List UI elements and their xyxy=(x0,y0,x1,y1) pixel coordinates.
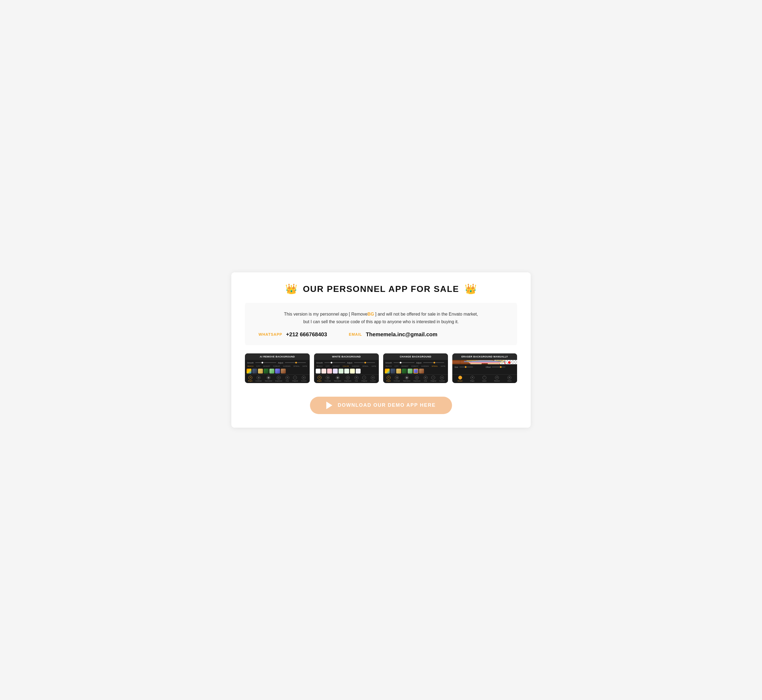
filter-desert-2[interactable]: DESERT xyxy=(333,366,340,367)
ss3-bottom: Smooth Adjust BEACH CITY DESERT FOREST G… xyxy=(383,360,448,383)
tool-hue-1[interactable]: ⊕ Hue xyxy=(285,376,289,382)
swatch-1-5[interactable] xyxy=(269,369,274,373)
filter-color-2[interactable]: COLOR xyxy=(343,366,349,367)
saturation-icon-3: ⬤ xyxy=(405,376,409,380)
swatch-3-3[interactable] xyxy=(396,369,401,373)
tool-original-1[interactable]: ○ Original xyxy=(292,376,298,382)
restore-label-4: Restore xyxy=(494,380,500,382)
tool-contrast-3[interactable]: ◑ Contrast xyxy=(394,376,400,382)
email-contact: EMAIL Thememela.inc@gmail.com xyxy=(349,331,437,338)
filter-beach-2[interactable]: BEACH xyxy=(316,366,322,367)
filter-desert-1[interactable]: DESERT xyxy=(263,366,270,367)
swatch-3-6[interactable] xyxy=(413,369,418,373)
filter-gate-1[interactable]: GATE xyxy=(303,366,307,367)
filter-gate-3[interactable]: GATE xyxy=(441,366,446,367)
screenshot-change-bg: CHANGE BACKGROUND Sweetape xyxy=(383,353,448,383)
contrast-label-2: Contrast xyxy=(325,380,331,382)
main-container: 👑 OUR PERSONNEL APP FOR SALE 👑 This vers… xyxy=(231,272,531,427)
screenshot-ai-remove: AI REMOVE BACKGROUND xyxy=(245,353,310,383)
ss1-adjust-label: Adjust xyxy=(278,362,283,364)
swatch-2-5[interactable] xyxy=(338,369,343,373)
tool-exposure-1[interactable]: ◎ Exposure xyxy=(275,376,282,382)
swatch-1-6[interactable] xyxy=(275,369,280,373)
swatch-1-7[interactable] xyxy=(281,369,286,373)
filter-city-3[interactable]: CITY xyxy=(394,366,399,367)
contact-row: WHATSAPP +212 666768403 EMAIL Thememela.… xyxy=(256,331,506,338)
exposure-label-2: Exposure xyxy=(344,380,351,382)
filter-gate-2[interactable]: GATE xyxy=(371,366,376,367)
tool-original-2[interactable]: ○ Original xyxy=(361,376,367,382)
ss4-offset-slider[interactable] xyxy=(492,366,515,368)
ss1-swatches xyxy=(245,368,310,374)
tool-eraser-4[interactable]: ✏ Eraser xyxy=(458,376,463,382)
tool-original-3[interactable]: ○ Original xyxy=(430,376,436,382)
tool-bright-2[interactable]: ☀ Bright xyxy=(317,376,322,382)
screenshot-white-bg: WHITE BACKGROUND xyxy=(314,353,379,383)
tool-current-3[interactable]: ● Current xyxy=(439,376,445,382)
ss4-tool-row: ✏ Eraser ✦ Magic ⌒ Lasso ↺ Restore xyxy=(452,374,517,383)
swatch-2-7[interactable] xyxy=(350,369,355,373)
tool-current-1[interactable]: ● Current xyxy=(301,376,307,382)
swatch-2-8[interactable] xyxy=(356,369,361,373)
tool-lasso-4[interactable]: ⌒ Lasso xyxy=(482,376,487,382)
swatch-3-1[interactable] xyxy=(385,369,390,373)
swatch-2-6[interactable] xyxy=(344,369,349,373)
bright-icon-2: ☀ xyxy=(318,376,321,380)
current-label-1: Current xyxy=(301,380,307,382)
swatch-3-7[interactable] xyxy=(419,369,424,373)
tool-hue-2[interactable]: ⊕ Hue xyxy=(355,376,358,382)
swatch-1-2[interactable] xyxy=(252,369,257,373)
tool-exposure-3[interactable]: ◎ Exposure xyxy=(414,376,421,382)
saturation-icon-2: ⬤ xyxy=(336,376,340,380)
ss2-tool-row: ☀ Bright ◑ Contrast ⬤ Saturation ◎ Expos… xyxy=(314,374,379,383)
ss3-tool-row: ☀ Bright ◑ Contrast ⬤ Saturation ◎ Expos… xyxy=(383,374,448,383)
filter-forest-1[interactable]: FOREST xyxy=(273,366,280,367)
saturation-icon-1: ⬤ xyxy=(267,376,271,380)
swatch-3-5[interactable] xyxy=(408,369,413,373)
swatch-2-1[interactable] xyxy=(316,369,321,373)
swatch-3-4[interactable] xyxy=(402,369,407,373)
tool-contrast-2[interactable]: ◑ Contrast xyxy=(325,376,331,382)
tool-hue-3[interactable]: ⊕ Hue xyxy=(424,376,427,382)
tool-bright-3[interactable]: ☀ Bright xyxy=(386,376,391,382)
filter-garden-3[interactable]: GARDEN xyxy=(421,366,429,367)
tool-magic-4[interactable]: ✦ Magic xyxy=(470,376,475,382)
filter-desert-3[interactable]: DESERT xyxy=(401,366,408,367)
tool-saturation-2[interactable]: ⬤ Saturation xyxy=(334,376,341,382)
tool-restore-4[interactable]: ↺ Restore xyxy=(494,376,500,382)
lasso-label-4: Lasso xyxy=(482,380,487,382)
tool-exposure-2[interactable]: ◎ Exposure xyxy=(344,376,351,382)
filter-spiral-2[interactable]: SPIRAL xyxy=(362,366,368,367)
current-icon-3: ● xyxy=(440,376,444,380)
ss2-header: WHITE BACKGROUND xyxy=(314,353,379,360)
download-button[interactable]: DOWNLOAD OUR DEMO APP HERE xyxy=(310,397,452,414)
tool-contrast-1[interactable]: ◑ Contrast xyxy=(255,376,262,382)
filter-beach-1[interactable]: BEACH xyxy=(247,366,253,367)
tool-saturation-1[interactable]: ⬤ Saturation xyxy=(265,376,272,382)
tool-zoom-4[interactable]: ⊕ Zoom xyxy=(507,376,512,382)
filter-garden-2[interactable]: GARDEN xyxy=(352,366,359,367)
page-title: OUR PERSONNEL APP FOR SALE xyxy=(303,284,459,294)
whatsapp-contact: WHATSAPP +212 666768403 xyxy=(258,331,327,338)
swatch-1-1[interactable] xyxy=(247,369,252,373)
ss4-offset-label: Offset xyxy=(486,366,491,368)
swatch-2-3[interactable] xyxy=(327,369,332,373)
tool-saturation-3[interactable]: ⬤ Saturation xyxy=(403,376,410,382)
filter-spiral-3[interactable]: SPIRAL xyxy=(432,366,438,367)
swatch-1-4[interactable] xyxy=(264,369,269,373)
tool-current-2[interactable]: ● Current xyxy=(370,376,376,382)
filter-city-2[interactable]: CITY xyxy=(326,366,330,367)
ss2-filter-tabs: BEACH CITY DESERT COLOR GARDEN SPIRAL GA… xyxy=(314,364,379,368)
filter-beach-3[interactable]: BEACH xyxy=(386,366,392,367)
tool-bright-1[interactable]: ☀ Bright xyxy=(248,376,253,382)
filter-city-1[interactable]: CITY xyxy=(257,366,260,367)
filter-garden-1[interactable]: GARDEN xyxy=(283,366,290,367)
ss4-size-slider[interactable] xyxy=(459,366,482,368)
swatch-3-2[interactable] xyxy=(391,369,396,373)
swatch-1-3[interactable] xyxy=(258,369,263,373)
swatch-2-2[interactable] xyxy=(321,369,326,373)
filter-forest-3[interactable]: FOREST xyxy=(412,366,419,367)
filter-spiral-1[interactable]: SPIRAL xyxy=(293,366,300,367)
contrast-label-1: Contrast xyxy=(255,380,262,382)
swatch-2-4[interactable] xyxy=(333,369,338,373)
